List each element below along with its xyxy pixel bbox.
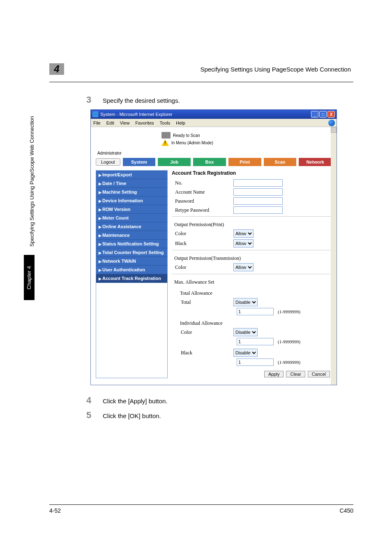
section-output-print: Output Permission(Print) xyxy=(174,222,332,228)
range-hint-ind-black: (1-9999999) xyxy=(278,360,300,365)
section-output-transmission: Output Permission(Transmission) xyxy=(174,255,332,261)
input-password[interactable] xyxy=(233,197,283,205)
input-ind-black-value[interactable] xyxy=(237,358,274,366)
model-number: C450 xyxy=(340,507,353,514)
scrollbar[interactable] xyxy=(331,127,337,385)
section-max-allowance: Max. Allowance Set xyxy=(174,279,332,285)
input-total-value[interactable] xyxy=(237,308,274,315)
input-account-name[interactable] xyxy=(233,188,283,196)
window-titlebar: System - Microsoft Internet Explorer _ □… xyxy=(91,110,337,119)
step-number: 3 xyxy=(86,95,103,105)
menu-file[interactable]: File xyxy=(93,120,101,125)
chapter-number-badge: 4 xyxy=(49,63,64,75)
logout-button[interactable]: Logout xyxy=(96,158,120,166)
select-print-black[interactable]: Allow xyxy=(233,239,254,247)
page-number: 4-52 xyxy=(49,507,61,514)
warning-icon xyxy=(161,139,169,146)
tab-box[interactable]: Box xyxy=(193,158,226,166)
select-trans-color[interactable]: Allow xyxy=(233,263,254,271)
label-print-color: Color xyxy=(172,231,233,237)
side-running-title: Specifying Settings Using PageScope Web … xyxy=(29,116,35,247)
window-title: System - Microsoft Internet Explorer xyxy=(100,112,172,117)
step-text: Click the [Apply] button. xyxy=(103,398,353,405)
label-account-name: Account Name xyxy=(172,189,233,195)
sidebar-item-maintenance[interactable]: ▶Maintenance xyxy=(96,231,167,240)
tab-network[interactable]: Network xyxy=(299,158,332,166)
form-heading: Account Track Registration xyxy=(172,170,332,176)
tab-system[interactable]: System xyxy=(123,158,156,166)
sidebar-item-machine-setting[interactable]: ▶Machine Setting xyxy=(96,188,167,197)
step-text: Click the [OK] button. xyxy=(103,412,353,419)
section-individual-allowance: Individual Allowance xyxy=(174,320,332,326)
input-retype-password[interactable] xyxy=(233,206,283,214)
browser-menubar: File Edit View Favorites Tools Help xyxy=(91,119,337,127)
printer-icon xyxy=(161,132,171,139)
page-footer: 4-52 C450 xyxy=(49,504,353,514)
sidebar-item-meter-count[interactable]: ▶Meter Count xyxy=(96,214,167,222)
sidebar-item-date-time[interactable]: ▶Date / Time xyxy=(96,179,167,188)
embedded-screenshot: System - Microsoft Internet Explorer _ □… xyxy=(90,109,337,385)
status-mode: In Menu (Admin Mode) xyxy=(171,141,213,145)
device-status: Ready to Scan In Menu (Admin Mode) xyxy=(161,132,332,146)
label-total: Total xyxy=(172,299,233,305)
page-header: 4 Specifying Settings Using PageScope We… xyxy=(49,66,353,82)
step-3: 3 Specify the desired settings. xyxy=(86,95,353,105)
minimize-button[interactable]: _ xyxy=(311,111,318,118)
label-retype-password: Retype Password xyxy=(172,207,233,213)
tab-job[interactable]: Job xyxy=(158,158,191,166)
admin-label: Administrator xyxy=(97,151,332,155)
sidebar-item-device-information[interactable]: ▶Device Information xyxy=(96,197,167,205)
sidebar-item-rom-version[interactable]: ▶ROM Version xyxy=(96,205,167,214)
step-4: 4 Click the [Apply] button. xyxy=(86,395,353,406)
section-total-allowance: Total Allowance xyxy=(174,290,332,296)
clear-button[interactable]: Clear xyxy=(286,371,305,377)
menu-favorites[interactable]: Favorites xyxy=(135,120,154,125)
sidebar-item-total-counter-report[interactable]: ▶Total Counter Report Setting xyxy=(96,248,167,257)
label-print-black: Black xyxy=(172,240,233,247)
cancel-button[interactable]: Cancel xyxy=(308,371,330,377)
tab-print[interactable]: Print xyxy=(228,158,261,166)
label-trans-color: Color xyxy=(172,264,233,271)
select-ind-black[interactable]: Disable xyxy=(233,349,258,357)
status-ready: Ready to Scan xyxy=(173,133,200,138)
step-5: 5 Click the [OK] button. xyxy=(86,410,353,421)
running-title: Specifying Settings Using PageScope Web … xyxy=(200,66,351,73)
sidebar-item-user-authentication[interactable]: ▶User Authentication xyxy=(96,266,167,274)
menu-view[interactable]: View xyxy=(120,120,130,125)
menu-edit[interactable]: Edit xyxy=(106,120,114,125)
select-ind-color[interactable]: Disable xyxy=(233,328,258,336)
main-form: Account Track Registration No. Account N… xyxy=(172,170,332,378)
apply-button[interactable]: Apply xyxy=(264,371,284,377)
close-button[interactable]: X xyxy=(327,111,335,118)
sidebar-item-import-export[interactable]: ▶Import/Export xyxy=(96,171,167,179)
menu-help[interactable]: Help xyxy=(176,120,185,125)
select-total[interactable]: Disable xyxy=(233,298,258,306)
range-hint-total: (1-9999999) xyxy=(278,309,300,314)
step-number: 4 xyxy=(86,395,103,406)
input-no[interactable] xyxy=(233,179,283,187)
chapter-tab: Chapter 4 xyxy=(24,255,35,300)
label-ind-color: Color xyxy=(172,329,233,335)
tab-scan[interactable]: Scan xyxy=(264,158,297,166)
label-ind-black: Black xyxy=(172,350,233,356)
range-hint-ind-color: (1-9999999) xyxy=(278,339,300,344)
sidebar-item-status-notification[interactable]: ▶Status Notification Setting xyxy=(96,240,167,248)
menu-tools[interactable]: Tools xyxy=(160,120,171,125)
sidebar-item-account-track-registration[interactable]: ▶Account Track Registration xyxy=(96,274,167,283)
select-print-color[interactable]: Allow xyxy=(233,229,254,238)
settings-sidebar: ▶Import/Export ▶Date / Time ▶Machine Set… xyxy=(96,170,168,378)
input-ind-color-value[interactable] xyxy=(237,338,274,345)
label-password: Password xyxy=(172,198,233,204)
step-number: 5 xyxy=(86,410,103,421)
step-text: Specify the desired settings. xyxy=(103,97,353,104)
maximize-button[interactable]: □ xyxy=(319,111,327,118)
ie-logo-icon xyxy=(328,120,335,126)
sidebar-item-network-twain[interactable]: ▶Network TWAIN xyxy=(96,257,167,266)
ie-page-icon xyxy=(92,111,98,117)
sidebar-item-online-assistance[interactable]: ▶Online Assistance xyxy=(96,222,167,231)
label-no: No. xyxy=(172,180,233,186)
